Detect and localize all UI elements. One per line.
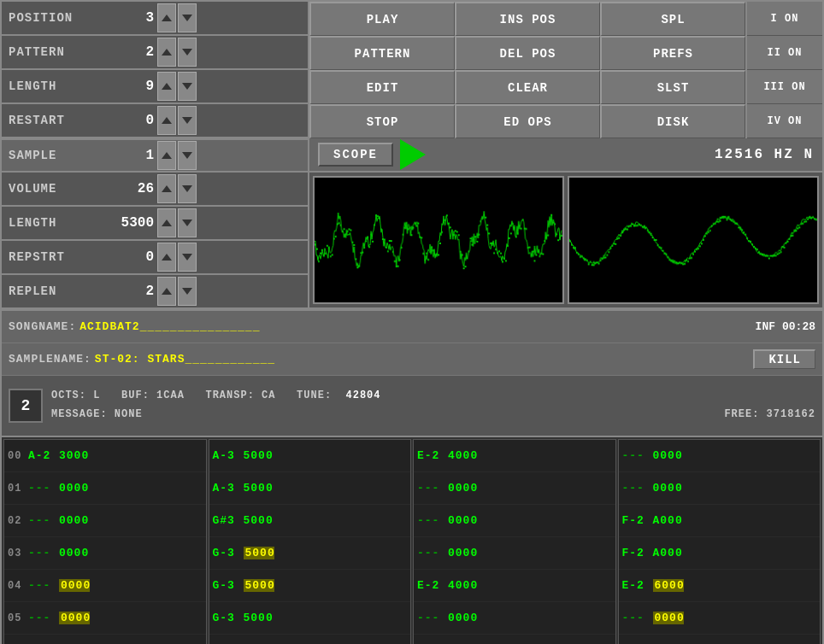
info-right: FREE: 3718162: [724, 387, 815, 424]
position-down-btn[interactable]: [178, 3, 197, 32]
table-row: F-2 A000: [619, 537, 821, 570]
songname-time: 00:28: [782, 320, 815, 333]
restart-arrows: [157, 106, 197, 135]
replen-label: REPLEN: [9, 284, 111, 298]
tune-value: 42804: [346, 389, 381, 401]
table-row: F-2 A000: [619, 635, 821, 644]
transp-label: TRANSP: CA: [205, 389, 275, 401]
position-arrows: [157, 3, 197, 32]
table-row: 02 --- 0000: [4, 505, 206, 537]
pattern-col-4: --- 0000 --- 0000 F-2 A000 F-2 A000 E-2 …: [618, 439, 821, 644]
on-button-3[interactable]: III ON: [747, 70, 822, 104]
pattern-col-1: 00 A-2 3000 01 --- 0000 02 --- 0000 03 -…: [3, 439, 207, 644]
on-buttons-col: I ON II ON III ON IV ON: [745, 2, 822, 138]
info-text-left: OCTS: L BUF: 1CAA TRANSP: CA TUNE: 42804…: [51, 387, 381, 424]
sample-down-btn[interactable]: [178, 141, 197, 170]
sample-value: 1: [111, 148, 154, 163]
message-label: MESSAGE: NONE: [51, 408, 143, 420]
table-row: G-3 5000: [209, 602, 411, 635]
table-row: E-2 4000: [414, 570, 615, 602]
disk-button[interactable]: DISK: [600, 104, 745, 138]
table-row: --- 0000: [414, 505, 615, 537]
slength-down-btn[interactable]: [178, 208, 197, 237]
on-button-4[interactable]: IV ON: [747, 104, 822, 138]
replen-up-btn[interactable]: [157, 277, 176, 306]
table-row: A-3 5000: [209, 440, 411, 472]
slst-button[interactable]: SLST: [600, 70, 745, 104]
pattern-button[interactable]: PATTERN: [309, 36, 455, 70]
table-row: G-3 5000: [209, 570, 411, 602]
scope-button[interactable]: SCOPE: [318, 143, 393, 167]
length-up-btn[interactable]: [157, 72, 176, 101]
table-row: A-3 5000: [209, 472, 411, 505]
songname-value: ACIDBAT2________________: [79, 320, 748, 333]
right-panel: PLAY INS POS SPL PATTERN DEL POS PREFS E…: [309, 2, 822, 309]
restart-up-btn[interactable]: [157, 106, 176, 135]
table-row: 01 --- 0000: [4, 472, 206, 505]
scope-display-left: [313, 176, 564, 304]
replen-down-btn[interactable]: [178, 277, 197, 306]
position-up-btn[interactable]: [157, 3, 176, 32]
volume-down-btn[interactable]: [178, 174, 197, 203]
slength-up-btn[interactable]: [157, 208, 176, 237]
length-label: LENGTH: [9, 79, 111, 93]
on-button-1[interactable]: I ON: [747, 2, 822, 36]
pattern-up-btn[interactable]: [157, 38, 176, 67]
ed-ops-button[interactable]: ED OPS: [455, 104, 600, 138]
spl-button[interactable]: SPL: [600, 2, 745, 36]
sample-up-btn[interactable]: [157, 141, 176, 170]
table-row: 06 G-2 3000: [4, 635, 206, 644]
del-pos-button[interactable]: DEL POS: [455, 36, 600, 70]
position-value: 3: [111, 10, 154, 26]
volume-arrows: [157, 174, 197, 203]
length-down-btn[interactable]: [178, 72, 197, 101]
ins-pos-button[interactable]: INS POS: [455, 2, 600, 36]
samplename-row: SAMPLENAME: ST-02: STARS____________ KIL…: [2, 343, 822, 376]
restart-row: RESTART 0: [2, 104, 308, 138]
repstrt-value: 0: [111, 249, 154, 265]
pattern-down-btn[interactable]: [178, 38, 197, 67]
table-row: 00 A-2 3000: [4, 440, 206, 472]
table-row: --- 0000: [414, 537, 615, 570]
pattern-value: 2: [111, 44, 154, 60]
play-button[interactable]: PLAY: [309, 2, 455, 36]
position-row: POSITION 3: [2, 2, 308, 36]
pattern-col-2: A-3 5000 A-3 5000 G#3 5000 G-3 5000 G-3 …: [209, 439, 412, 644]
repstrt-up-btn[interactable]: [157, 243, 176, 272]
stop-button[interactable]: STOP: [309, 104, 455, 138]
clear-button[interactable]: CLEAR: [455, 70, 600, 104]
restart-down-btn[interactable]: [178, 106, 197, 135]
sample-arrows: [157, 141, 197, 170]
pattern-area: 00 A-2 3000 01 --- 0000 02 --- 0000 03 -…: [2, 437, 822, 644]
table-row: --- 0000: [414, 472, 615, 505]
volume-up-btn[interactable]: [157, 174, 176, 203]
edit-button[interactable]: EDIT: [309, 70, 455, 104]
tracker-main: POSITION 3 PATTERN 2 LENGTH 9: [0, 0, 824, 644]
scope-hz-display: 12516 HZ N: [715, 147, 814, 162]
slength-arrows: [157, 208, 197, 237]
kill-button[interactable]: KILL: [753, 349, 815, 369]
buf-label: BUF: 1CAA: [121, 389, 185, 401]
songname-label: SONGNAME:: [9, 320, 76, 333]
prefs-button[interactable]: PREFS: [600, 36, 745, 70]
tune-label: TUNE:: [297, 389, 332, 401]
position-label: POSITION: [9, 11, 111, 25]
samplename-label: SAMPLENAME:: [9, 353, 91, 366]
scope-displays: [309, 173, 822, 309]
replen-row: REPLEN 2: [2, 275, 308, 309]
restart-value: 0: [111, 113, 154, 128]
songname-row: SONGNAME: ACIDBAT2________________ INF 0…: [2, 311, 822, 343]
table-row: E-2 4000: [414, 440, 615, 472]
table-row: --- 0000: [414, 602, 615, 635]
button-grid: PLAY INS POS SPL PATTERN DEL POS PREFS E…: [309, 2, 745, 138]
table-row: 05 --- 0000: [4, 602, 206, 635]
scope-arrow-icon: [400, 139, 426, 170]
songname-inf: INF: [756, 320, 775, 333]
restart-label: RESTART: [9, 114, 111, 127]
slength-label: LENGTH: [9, 216, 111, 230]
repstrt-down-btn[interactable]: [178, 243, 197, 272]
on-button-2[interactable]: II ON: [747, 36, 822, 70]
pattern-col-3: E-2 4000 --- 0000 --- 0000 --- 0000 E-2 …: [413, 439, 616, 644]
table-row: 03 --- 0000: [4, 537, 206, 570]
table-row: --- 0000: [619, 602, 821, 635]
